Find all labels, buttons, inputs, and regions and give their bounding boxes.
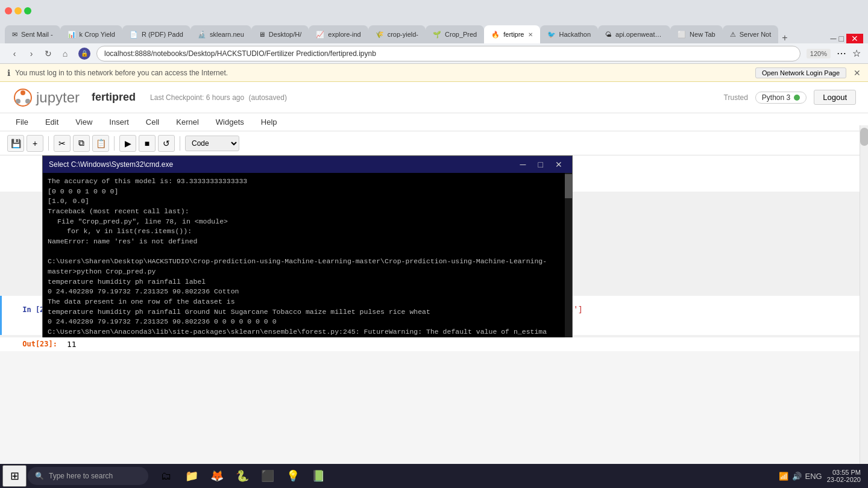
browser-titlebar xyxy=(0,0,868,22)
tab-crop-yield2[interactable]: 🌾crop-yield- xyxy=(368,25,426,43)
window-maximize-button[interactable] xyxy=(24,7,31,14)
menu-insert[interactable]: Insert xyxy=(105,116,133,128)
open-network-login-button[interactable]: Open Network Login Page xyxy=(755,67,846,78)
trusted-badge: Trusted xyxy=(724,93,748,102)
refresh-button[interactable]: ↻ xyxy=(41,46,55,61)
taskbar-app-anaconda[interactable]: 🐍 xyxy=(230,465,254,487)
tab-explore-ind[interactable]: 📈explore-ind xyxy=(309,25,368,43)
tab-desktop[interactable]: 🖥Desktop/H/ xyxy=(251,25,309,43)
cmd-minimize-button[interactable]: ─ xyxy=(517,160,530,169)
menu-view[interactable]: View xyxy=(72,116,96,128)
cmd-line-10: 0 24.402289 79.19732 7.231325 90.802236 … xyxy=(48,287,567,297)
kernel-status-dot xyxy=(794,95,800,101)
tab-fertipred[interactable]: 🔥 fertipre ✕ xyxy=(484,25,539,43)
menu-bar: File Edit View Insert Cell Kernel Widget… xyxy=(0,113,868,131)
start-button[interactable]: ⊞ xyxy=(2,465,27,487)
cmd-line-6: for k, v in list(res.items()): xyxy=(48,227,567,237)
tab-crop-yield[interactable]: 📊k Crop Yield xyxy=(60,25,122,43)
jupyter-header: jupyter fertipred Last Checkpoint: 6 hou… xyxy=(0,82,868,113)
taskbar-system-icons: 📶 🔊 ENG xyxy=(779,472,822,481)
url-input[interactable]: localhost:8888/notebooks/Desktop/HACKSTU… xyxy=(96,46,800,61)
menu-help[interactable]: Help xyxy=(257,116,281,128)
cmd-line-blank1 xyxy=(48,247,567,257)
copy-cell-button[interactable]: ⧉ xyxy=(73,135,90,152)
taskbar-app-folder[interactable]: 📁 xyxy=(180,465,204,487)
jupyter-logo-svg xyxy=(13,88,33,107)
taskbar-app-explorer[interactable]: 🗂 xyxy=(154,465,178,487)
cmd-body: The accuracy of this model is: 93.333333… xyxy=(43,173,572,337)
notebook-name[interactable]: fertipred xyxy=(92,91,136,104)
cmd-line-9: temperature humidity ph rainfall label xyxy=(48,277,567,287)
tab-hackathon[interactable]: 🐦Hackathon xyxy=(540,25,599,43)
notebook-scrollbar-track[interactable] xyxy=(860,125,868,464)
toolbar-divider xyxy=(48,136,49,151)
cut-cell-button[interactable]: ✂ xyxy=(54,135,71,152)
taskbar-app-excel[interactable]: 📗 xyxy=(306,465,330,487)
tab-sklearn[interactable]: 🔬sklearn.neu xyxy=(190,25,251,43)
minimize-button[interactable]: ─ xyxy=(831,34,837,43)
cmd-window: Select C:\Windows\System32\cmd.exe ─ □ ✕… xyxy=(42,155,573,337)
forward-button[interactable]: › xyxy=(24,46,39,61)
menu-cell[interactable]: Cell xyxy=(142,116,163,128)
tab-sent-mail[interactable]: ✉Sent Mail - xyxy=(5,25,60,43)
taskbar-app-text[interactable]: 💡 xyxy=(281,465,305,487)
tab-new-tab[interactable]: ⬜New Tab xyxy=(670,25,723,43)
save-button[interactable]: 💾 xyxy=(7,135,24,152)
home-button[interactable]: ⌂ xyxy=(58,46,72,61)
taskbar: ⊞ 🔍 Type here to search 🗂 📁 🦊 🐍 ⬛ 💡 📗 📶 … xyxy=(0,464,868,488)
notebook-scrollbar-thumb[interactable] xyxy=(860,128,868,146)
logout-button[interactable]: Logout xyxy=(814,90,856,105)
window-close-button[interactable] xyxy=(5,7,12,14)
cell-out-23-value: 11 xyxy=(62,337,81,351)
tab-crop-pred[interactable]: 🌱Crop_Pred xyxy=(426,25,484,43)
svg-point-1 xyxy=(20,90,25,95)
checkpoint-info: Last Checkpoint: 6 hours ago (autosaved) xyxy=(150,93,287,102)
tab-bar: ✉Sent Mail - 📊k Crop Yield 📄R (PDF) Padd… xyxy=(0,22,868,43)
tab-server-not[interactable]: ⚠Server Not xyxy=(723,25,779,43)
taskbar-search[interactable]: 🔍 Type here to search xyxy=(28,467,148,485)
restart-button[interactable]: ↺ xyxy=(158,135,175,152)
new-tab-button[interactable]: + xyxy=(778,33,791,43)
taskbar-clock: 03:55 PM 23-02-2020 xyxy=(827,469,861,483)
taskbar-app-firefox[interactable]: 🦊 xyxy=(205,465,229,487)
cell-type-select[interactable]: Code Markdown xyxy=(185,136,239,151)
bookmark-button[interactable]: ☆ xyxy=(852,48,861,59)
cmd-line-5: File "Crop_pred.py", line 78, in <module… xyxy=(48,217,567,227)
tab-close-icon[interactable]: ✕ xyxy=(528,31,533,38)
menu-widgets[interactable]: Widgets xyxy=(212,116,248,128)
header-right: Trusted Python 3 Logout xyxy=(724,90,856,105)
insert-cell-button[interactable]: + xyxy=(27,135,43,152)
cmd-line-13: 0 24.402289 79.19732 7.231325 90.802236 … xyxy=(48,317,567,327)
cmd-line-7: NameError: name 'res' is not defined xyxy=(48,237,567,247)
zoom-level[interactable]: 120% xyxy=(807,49,831,58)
window-controls xyxy=(5,7,31,14)
taskbar-app-terminal[interactable]: ⬛ xyxy=(256,465,280,487)
taskbar-apps: 🗂 📁 🦊 🐍 ⬛ 💡 📗 xyxy=(154,465,330,487)
restore-button[interactable]: □ xyxy=(839,34,844,43)
window-minimize-button[interactable] xyxy=(14,7,22,14)
svg-point-3 xyxy=(25,99,30,104)
run-button[interactable]: ▶ xyxy=(119,135,136,152)
taskbar-right: 📶 🔊 ENG 03:55 PM 23-02-2020 xyxy=(779,469,866,483)
cmd-line-3: [1.0, 0.0] xyxy=(48,196,567,207)
close-window-button[interactable]: ✕ xyxy=(846,34,863,43)
cmd-line-1: The accuracy of this model is: 93.333333… xyxy=(48,177,567,187)
menu-kernel[interactable]: Kernel xyxy=(172,116,203,128)
cmd-restore-button[interactable]: □ xyxy=(535,160,547,169)
toolbar: 💾 + ✂ ⧉ 📋 ▶ ■ ↺ Code Markdown xyxy=(0,131,868,155)
back-button[interactable]: ‹ xyxy=(7,46,22,61)
cmd-scrollbar-thumb[interactable] xyxy=(565,174,572,198)
info-bar-close-button[interactable]: ✕ xyxy=(854,68,861,78)
stop-button[interactable]: ■ xyxy=(139,135,156,152)
cmd-titlebar: Select C:\Windows\System32\cmd.exe ─ □ ✕ xyxy=(43,156,572,173)
tab-api-openweather[interactable]: 🌤api.openweather xyxy=(598,25,670,43)
cell-out-23: Out[23]: 11 xyxy=(0,337,868,351)
extensions-button[interactable]: ⋯ xyxy=(837,48,846,59)
cmd-close-button[interactable]: ✕ xyxy=(552,160,566,169)
svg-point-2 xyxy=(16,99,20,104)
tab-pdf-padd[interactable]: 📄R (PDF) Padd xyxy=(122,25,190,43)
paste-cell-button[interactable]: 📋 xyxy=(92,135,109,152)
menu-edit[interactable]: Edit xyxy=(42,116,62,128)
menu-file[interactable]: File xyxy=(12,116,32,128)
cmd-scrollbar-track[interactable] xyxy=(565,173,572,337)
